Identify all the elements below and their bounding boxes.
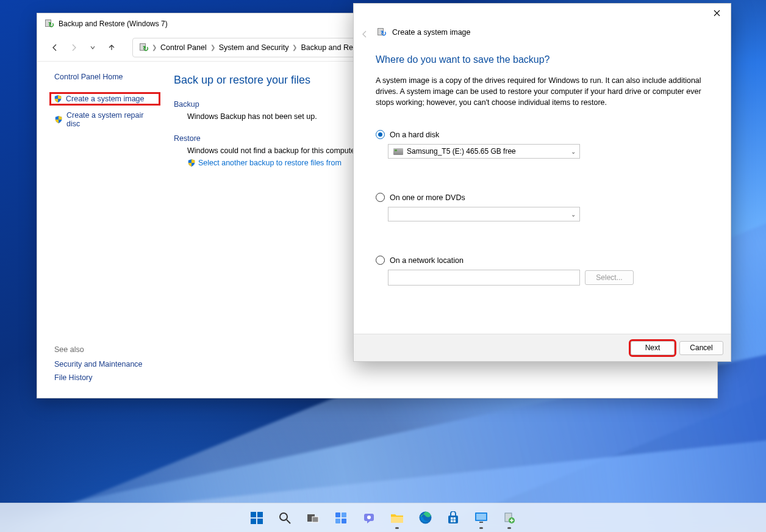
- harddisk-select-value: Samsung_T5 (E:) 465.65 GB free: [407, 147, 516, 156]
- chat-icon: [362, 511, 376, 525]
- network-select-button[interactable]: Select...: [585, 270, 634, 285]
- svg-rect-2: [251, 519, 256, 524]
- dialog-footer: Next Cancel: [354, 334, 731, 361]
- harddisk-option-group: On a hard disk Samsung_T5 (E:) 465.65 GB…: [376, 130, 709, 159]
- network-radio-label: On a network location: [390, 256, 464, 265]
- drive-icon: [393, 148, 403, 155]
- dialog-heading: Where do you want to save the backup?: [376, 54, 709, 65]
- network-radio-row[interactable]: On a network location: [376, 256, 709, 265]
- svg-rect-16: [448, 516, 458, 523]
- search-icon: [278, 511, 292, 525]
- close-icon: [714, 10, 720, 16]
- dialog-back-button[interactable]: [360, 29, 370, 41]
- close-button[interactable]: [703, 4, 731, 22]
- next-button[interactable]: Next: [631, 341, 675, 355]
- control-panel-button[interactable]: [497, 506, 521, 530]
- monitor-settings-icon: [474, 511, 489, 525]
- taskbar: [0, 503, 766, 532]
- widgets-button[interactable]: [329, 506, 353, 530]
- backup-icon: ↻: [138, 42, 148, 52]
- task-view-icon: [306, 511, 320, 525]
- dialog-header: ↻ Create a system image: [354, 22, 731, 42]
- network-option-group: On a network location Select...: [376, 256, 709, 286]
- svg-rect-8: [335, 512, 340, 517]
- svg-rect-1: [257, 512, 263, 517]
- store-icon: [446, 511, 460, 525]
- control-panel-home-link[interactable]: Control Panel Home: [54, 73, 159, 81]
- svg-rect-11: [342, 519, 346, 523]
- sidebar: Control Panel Home Create a system image…: [37, 62, 166, 398]
- svg-rect-9: [342, 512, 346, 517]
- link-label: Select another backup to restore files f…: [198, 159, 342, 167]
- shield-icon: [54, 95, 62, 103]
- dvd-option-group: On one or more DVDs ⌄: [376, 193, 709, 221]
- search-button[interactable]: [273, 506, 297, 530]
- svg-rect-17: [451, 517, 453, 520]
- breadcrumb-item[interactable]: System and Security: [219, 43, 289, 52]
- cancel-button[interactable]: Cancel: [679, 341, 723, 355]
- network-path-input[interactable]: [388, 270, 580, 286]
- create-system-image-dialog: ↻ Create a system image Where do you wan…: [353, 3, 731, 362]
- shield-icon: [187, 159, 196, 167]
- edge-icon: [418, 511, 432, 525]
- svg-rect-7: [312, 517, 318, 522]
- chevron-down-icon: ⌄: [571, 148, 576, 155]
- forward-button[interactable]: [67, 41, 81, 54]
- dialog-titlebar[interactable]: [354, 4, 731, 22]
- see-also-header: See also: [54, 345, 143, 354]
- see-also-section: See also Security and Maintenance File H…: [54, 345, 143, 387]
- svg-point-4: [280, 513, 287, 520]
- svg-rect-23: [479, 522, 483, 523]
- chevron-down-icon: ⌄: [571, 211, 576, 218]
- store-button[interactable]: [441, 506, 465, 530]
- widgets-icon: [334, 511, 348, 525]
- edge-button[interactable]: [413, 506, 437, 530]
- dvd-radio-label: On one or more DVDs: [390, 193, 465, 202]
- back-button[interactable]: [48, 41, 62, 54]
- svg-rect-18: [454, 517, 456, 520]
- svg-rect-0: [251, 512, 256, 517]
- chevron-right-icon: ❯: [152, 44, 157, 51]
- dvd-select[interactable]: ⌄: [388, 207, 580, 221]
- sidebar-item-label: Create a system image: [66, 95, 145, 103]
- svg-line-5: [287, 520, 290, 523]
- task-view-button[interactable]: [301, 506, 325, 530]
- folder-icon: [390, 511, 404, 525]
- backup-app-icon: [503, 511, 516, 525]
- chevron-right-icon: ❯: [292, 44, 297, 51]
- windows-logo-icon: [250, 511, 263, 525]
- harddisk-radio[interactable]: [376, 130, 385, 139]
- svg-rect-10: [335, 519, 340, 523]
- svg-rect-20: [454, 520, 456, 522]
- see-also-link[interactable]: Security and Maintenance: [54, 360, 143, 368]
- harddisk-radio-label: On a hard disk: [390, 131, 439, 139]
- harddisk-select[interactable]: Samsung_T5 (E:) 465.65 GB free ⌄: [388, 144, 580, 159]
- window-title: Backup and Restore (Windows 7): [59, 20, 168, 28]
- dialog-title: Create a system image: [392, 28, 471, 37]
- svg-rect-22: [476, 514, 486, 520]
- svg-rect-19: [451, 520, 453, 522]
- svg-rect-3: [257, 519, 263, 524]
- harddisk-radio-row[interactable]: On a hard disk: [376, 130, 709, 139]
- network-radio[interactable]: [376, 256, 385, 265]
- chat-button[interactable]: [357, 506, 381, 530]
- backup-icon: ↻: [43, 18, 54, 29]
- svg-rect-14: [391, 517, 403, 523]
- shield-icon: [54, 115, 63, 124]
- dialog-description: A system image is a copy of the drives r…: [376, 75, 709, 108]
- breadcrumb-item[interactable]: Control Panel: [160, 43, 207, 52]
- svg-point-13: [367, 516, 371, 519]
- settings-button[interactable]: [469, 506, 493, 530]
- dvd-radio-row[interactable]: On one or more DVDs: [376, 193, 709, 202]
- create-system-image-link[interactable]: Create a system image: [49, 92, 160, 106]
- recent-dropdown[interactable]: [86, 41, 99, 54]
- sidebar-item-label: Create a system repair disc: [66, 111, 159, 128]
- dvd-radio[interactable]: [376, 193, 385, 202]
- up-button[interactable]: [105, 41, 118, 54]
- start-button[interactable]: [245, 506, 269, 530]
- system-image-icon: ↻: [376, 27, 386, 37]
- see-also-link[interactable]: File History: [54, 373, 143, 382]
- create-repair-disc-link[interactable]: Create a system repair disc: [54, 110, 159, 129]
- file-explorer-button[interactable]: [385, 506, 409, 530]
- chevron-right-icon: ❯: [210, 44, 215, 51]
